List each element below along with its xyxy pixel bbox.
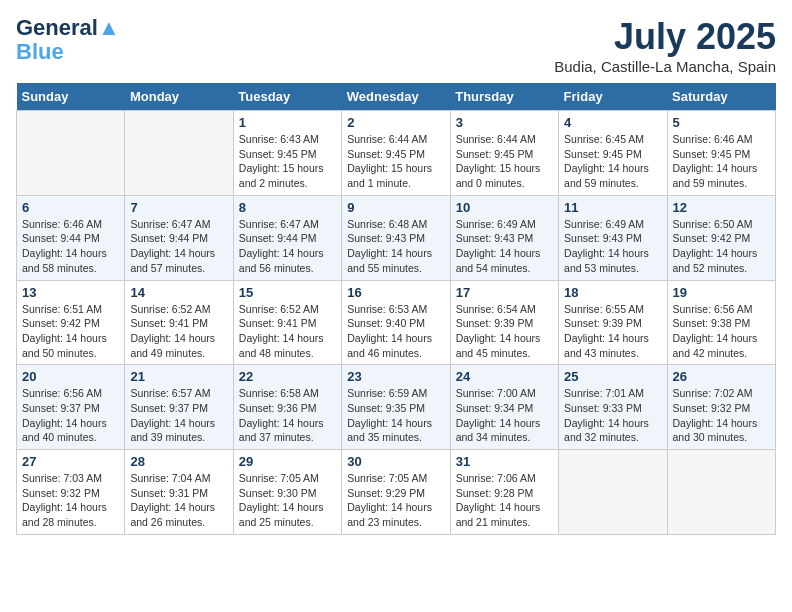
weekday-header-thursday: Thursday (450, 83, 558, 111)
day-number: 12 (673, 200, 770, 215)
day-number: 8 (239, 200, 336, 215)
calendar-week-row: 1Sunrise: 6:43 AM Sunset: 9:45 PM Daylig… (17, 111, 776, 196)
calendar-cell: 19Sunrise: 6:56 AM Sunset: 9:38 PM Dayli… (667, 280, 775, 365)
day-number: 19 (673, 285, 770, 300)
calendar-cell: 23Sunrise: 6:59 AM Sunset: 9:35 PM Dayli… (342, 365, 450, 450)
calendar-cell: 1Sunrise: 6:43 AM Sunset: 9:45 PM Daylig… (233, 111, 341, 196)
subtitle: Budia, Castille-La Mancha, Spain (554, 58, 776, 75)
day-number: 24 (456, 369, 553, 384)
day-number: 25 (564, 369, 661, 384)
day-number: 2 (347, 115, 444, 130)
logo-text-blue: Blue (16, 40, 120, 64)
calendar-cell: 22Sunrise: 6:58 AM Sunset: 9:36 PM Dayli… (233, 365, 341, 450)
calendar-cell: 17Sunrise: 6:54 AM Sunset: 9:39 PM Dayli… (450, 280, 558, 365)
day-number: 17 (456, 285, 553, 300)
logo-text: General▲ (16, 16, 120, 40)
day-info: Sunrise: 6:55 AM Sunset: 9:39 PM Dayligh… (564, 302, 661, 361)
calendar-cell: 8Sunrise: 6:47 AM Sunset: 9:44 PM Daylig… (233, 195, 341, 280)
day-number: 27 (22, 454, 119, 469)
day-number: 6 (22, 200, 119, 215)
day-number: 4 (564, 115, 661, 130)
calendar-week-row: 27Sunrise: 7:03 AM Sunset: 9:32 PM Dayli… (17, 450, 776, 535)
day-info: Sunrise: 6:46 AM Sunset: 9:45 PM Dayligh… (673, 132, 770, 191)
calendar-cell: 27Sunrise: 7:03 AM Sunset: 9:32 PM Dayli… (17, 450, 125, 535)
day-info: Sunrise: 6:51 AM Sunset: 9:42 PM Dayligh… (22, 302, 119, 361)
day-number: 11 (564, 200, 661, 215)
day-number: 22 (239, 369, 336, 384)
weekday-header-row: SundayMondayTuesdayWednesdayThursdayFrid… (17, 83, 776, 111)
calendar-cell: 7Sunrise: 6:47 AM Sunset: 9:44 PM Daylig… (125, 195, 233, 280)
calendar-cell: 24Sunrise: 7:00 AM Sunset: 9:34 PM Dayli… (450, 365, 558, 450)
day-info: Sunrise: 6:43 AM Sunset: 9:45 PM Dayligh… (239, 132, 336, 191)
title-block: July 2025 Budia, Castille-La Mancha, Spa… (554, 16, 776, 75)
calendar-week-row: 20Sunrise: 6:56 AM Sunset: 9:37 PM Dayli… (17, 365, 776, 450)
day-number: 23 (347, 369, 444, 384)
day-number: 7 (130, 200, 227, 215)
weekday-header-wednesday: Wednesday (342, 83, 450, 111)
calendar-week-row: 6Sunrise: 6:46 AM Sunset: 9:44 PM Daylig… (17, 195, 776, 280)
calendar-cell: 5Sunrise: 6:46 AM Sunset: 9:45 PM Daylig… (667, 111, 775, 196)
day-number: 26 (673, 369, 770, 384)
day-info: Sunrise: 6:49 AM Sunset: 9:43 PM Dayligh… (564, 217, 661, 276)
day-info: Sunrise: 7:05 AM Sunset: 9:30 PM Dayligh… (239, 471, 336, 530)
calendar-cell (667, 450, 775, 535)
day-number: 28 (130, 454, 227, 469)
calendar-cell: 30Sunrise: 7:05 AM Sunset: 9:29 PM Dayli… (342, 450, 450, 535)
day-info: Sunrise: 6:59 AM Sunset: 9:35 PM Dayligh… (347, 386, 444, 445)
calendar-cell (125, 111, 233, 196)
day-info: Sunrise: 7:02 AM Sunset: 9:32 PM Dayligh… (673, 386, 770, 445)
day-info: Sunrise: 7:06 AM Sunset: 9:28 PM Dayligh… (456, 471, 553, 530)
day-info: Sunrise: 6:48 AM Sunset: 9:43 PM Dayligh… (347, 217, 444, 276)
calendar-week-row: 13Sunrise: 6:51 AM Sunset: 9:42 PM Dayli… (17, 280, 776, 365)
day-info: Sunrise: 6:54 AM Sunset: 9:39 PM Dayligh… (456, 302, 553, 361)
day-info: Sunrise: 6:57 AM Sunset: 9:37 PM Dayligh… (130, 386, 227, 445)
calendar-cell: 11Sunrise: 6:49 AM Sunset: 9:43 PM Dayli… (559, 195, 667, 280)
calendar-cell: 2Sunrise: 6:44 AM Sunset: 9:45 PM Daylig… (342, 111, 450, 196)
day-info: Sunrise: 6:53 AM Sunset: 9:40 PM Dayligh… (347, 302, 444, 361)
calendar-cell: 31Sunrise: 7:06 AM Sunset: 9:28 PM Dayli… (450, 450, 558, 535)
day-info: Sunrise: 6:52 AM Sunset: 9:41 PM Dayligh… (239, 302, 336, 361)
day-info: Sunrise: 6:50 AM Sunset: 9:42 PM Dayligh… (673, 217, 770, 276)
calendar-cell: 15Sunrise: 6:52 AM Sunset: 9:41 PM Dayli… (233, 280, 341, 365)
calendar-cell: 6Sunrise: 6:46 AM Sunset: 9:44 PM Daylig… (17, 195, 125, 280)
page-header: General▲ Blue July 2025 Budia, Castille-… (16, 16, 776, 75)
day-number: 18 (564, 285, 661, 300)
day-info: Sunrise: 6:45 AM Sunset: 9:45 PM Dayligh… (564, 132, 661, 191)
weekday-header-tuesday: Tuesday (233, 83, 341, 111)
day-number: 5 (673, 115, 770, 130)
day-info: Sunrise: 7:04 AM Sunset: 9:31 PM Dayligh… (130, 471, 227, 530)
day-number: 20 (22, 369, 119, 384)
calendar-cell: 12Sunrise: 6:50 AM Sunset: 9:42 PM Dayli… (667, 195, 775, 280)
calendar-cell (559, 450, 667, 535)
day-info: Sunrise: 6:47 AM Sunset: 9:44 PM Dayligh… (239, 217, 336, 276)
day-number: 1 (239, 115, 336, 130)
weekday-header-saturday: Saturday (667, 83, 775, 111)
day-number: 21 (130, 369, 227, 384)
day-info: Sunrise: 6:44 AM Sunset: 9:45 PM Dayligh… (347, 132, 444, 191)
calendar-cell: 14Sunrise: 6:52 AM Sunset: 9:41 PM Dayli… (125, 280, 233, 365)
day-number: 9 (347, 200, 444, 215)
calendar-cell: 25Sunrise: 7:01 AM Sunset: 9:33 PM Dayli… (559, 365, 667, 450)
calendar-cell (17, 111, 125, 196)
day-info: Sunrise: 6:56 AM Sunset: 9:38 PM Dayligh… (673, 302, 770, 361)
day-info: Sunrise: 7:03 AM Sunset: 9:32 PM Dayligh… (22, 471, 119, 530)
calendar-cell: 9Sunrise: 6:48 AM Sunset: 9:43 PM Daylig… (342, 195, 450, 280)
day-number: 13 (22, 285, 119, 300)
day-number: 16 (347, 285, 444, 300)
day-number: 31 (456, 454, 553, 469)
calendar-cell: 28Sunrise: 7:04 AM Sunset: 9:31 PM Dayli… (125, 450, 233, 535)
day-info: Sunrise: 7:01 AM Sunset: 9:33 PM Dayligh… (564, 386, 661, 445)
calendar-cell: 21Sunrise: 6:57 AM Sunset: 9:37 PM Dayli… (125, 365, 233, 450)
calendar-cell: 20Sunrise: 6:56 AM Sunset: 9:37 PM Dayli… (17, 365, 125, 450)
calendar-cell: 4Sunrise: 6:45 AM Sunset: 9:45 PM Daylig… (559, 111, 667, 196)
day-number: 10 (456, 200, 553, 215)
day-info: Sunrise: 6:46 AM Sunset: 9:44 PM Dayligh… (22, 217, 119, 276)
day-info: Sunrise: 6:49 AM Sunset: 9:43 PM Dayligh… (456, 217, 553, 276)
calendar-table: SundayMondayTuesdayWednesdayThursdayFrid… (16, 83, 776, 535)
calendar-cell: 26Sunrise: 7:02 AM Sunset: 9:32 PM Dayli… (667, 365, 775, 450)
day-info: Sunrise: 6:47 AM Sunset: 9:44 PM Dayligh… (130, 217, 227, 276)
calendar-cell: 10Sunrise: 6:49 AM Sunset: 9:43 PM Dayli… (450, 195, 558, 280)
day-number: 30 (347, 454, 444, 469)
calendar-cell: 18Sunrise: 6:55 AM Sunset: 9:39 PM Dayli… (559, 280, 667, 365)
day-info: Sunrise: 6:56 AM Sunset: 9:37 PM Dayligh… (22, 386, 119, 445)
